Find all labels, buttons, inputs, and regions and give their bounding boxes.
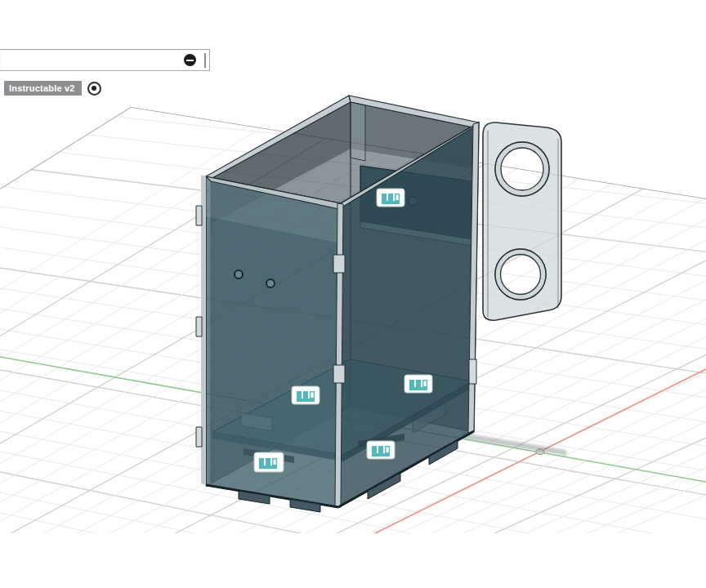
rim-notch (351, 102, 365, 161)
grid-edge-left (0, 107, 131, 189)
grid-tick-label: 150 (226, 108, 239, 122)
edge-tab (469, 359, 476, 384)
edge-tab (196, 206, 202, 225)
radio-marker-icon[interactable] (87, 82, 101, 96)
joint-tag[interactable] (292, 386, 319, 404)
grid-tick-label: 550 (619, 173, 632, 187)
bracket-plate[interactable] (483, 122, 561, 320)
joint-tag[interactable] (377, 189, 404, 207)
text-cursor (204, 53, 206, 68)
edge-notch (333, 365, 345, 383)
bracket-hole-ring (495, 142, 549, 196)
model-instructable-box[interactable] (196, 96, 479, 512)
joint-tag[interactable] (254, 452, 284, 472)
edge-notch (333, 255, 345, 273)
edge-tab (196, 427, 202, 447)
minus-circle-icon[interactable] (184, 54, 196, 66)
grid-tick-label: 450 (525, 157, 538, 171)
bracket-hole-ring (495, 249, 546, 300)
edge-tab (196, 317, 202, 336)
component-chip: Instructable v2 (4, 81, 101, 96)
screw-hole[interactable] (266, 279, 275, 287)
screw-hole[interactable] (235, 270, 243, 278)
joint-tag[interactable] (367, 441, 395, 459)
joint-tag[interactable] (404, 375, 432, 393)
bracket-body[interactable] (483, 122, 561, 320)
application-window: 150 250 450 550 (0, 0, 706, 588)
search-input[interactable] (3, 51, 170, 69)
component-chip-label[interactable]: Instructable v2 (4, 81, 82, 96)
3d-viewport[interactable]: 150 250 450 550 (0, 0, 706, 588)
command-search-bar (0, 49, 210, 71)
